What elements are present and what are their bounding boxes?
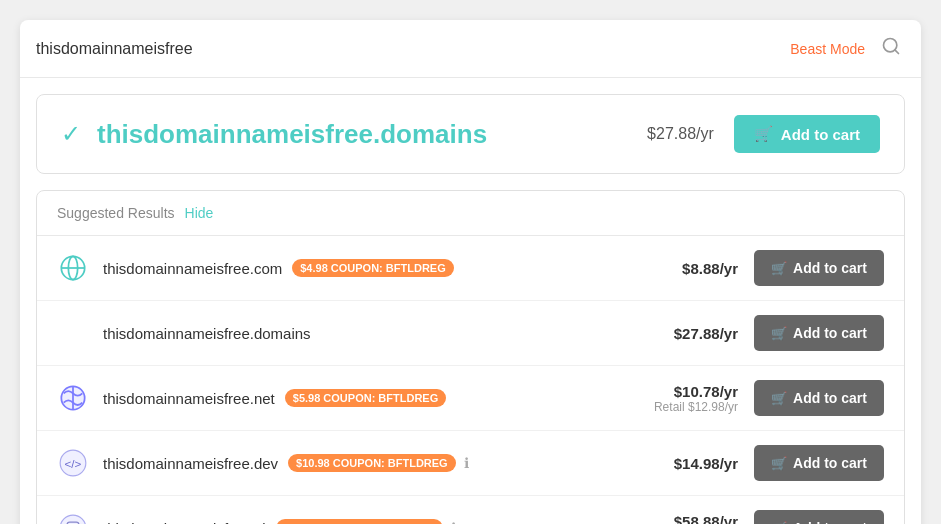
add-to-cart-button-net[interactable]: 🛒 Add to cart — [754, 380, 884, 416]
domain-name-domains: thisdomainnameisfree.domains — [103, 325, 311, 342]
price-block-domains: $27.88/yr — [674, 325, 738, 342]
domain-name-dev: thisdomainnameisfree.dev — [103, 455, 278, 472]
add-to-cart-button-ai[interactable]: 🛒 Add to cart — [754, 510, 884, 524]
info-icon-ai[interactable]: ℹ — [451, 520, 456, 524]
domain-row-left-dev: </> thisdomainnameisfree.dev $10.98 COUP… — [57, 447, 674, 479]
price-block-dev: $14.98/yr — [674, 455, 738, 472]
price-main-dev: $14.98/yr — [674, 455, 738, 472]
globe-icon — [59, 254, 87, 282]
cart-icon-dev: 🛒 — [771, 456, 787, 471]
coupon-badge-net: $5.98 COUPON: BFTLDREG — [285, 389, 446, 407]
coupon-badge-dev: $10.98 COUPON: BFTLDREG — [288, 454, 456, 472]
price-main-domains: $27.88/yr — [674, 325, 738, 342]
cart-icon-ai: 🛒 — [771, 521, 787, 525]
price-retail-net: Retail $12.98/yr — [654, 400, 738, 414]
search-input[interactable] — [36, 40, 790, 58]
domain-icon-net — [57, 382, 89, 414]
domain-row-ai: thisdomainnameisfree.ai $55.98 COUPON: B… — [37, 496, 904, 524]
main-container: Beast Mode ✓ thisdomainnameisfree.domain… — [20, 20, 921, 524]
add-to-cart-button-dev[interactable]: 🛒 Add to cart — [754, 445, 884, 481]
domain-icon-dev: </> — [57, 447, 89, 479]
price-main-ai: $58.88/yr — [654, 513, 738, 525]
domain-row-dev: </> thisdomainnameisfree.dev $10.98 COUP… — [37, 431, 904, 496]
domain-icon-ai — [57, 512, 89, 524]
domain-name-com: thisdomainnameisfree.com — [103, 260, 282, 277]
svg-line-1 — [895, 50, 899, 54]
featured-add-to-cart-button[interactable]: 🛒 Add to cart — [734, 115, 880, 153]
beast-mode-link[interactable]: Beast Mode — [790, 41, 865, 57]
suggested-header: Suggested Results Hide — [37, 191, 904, 236]
domain-row-left-net: thisdomainnameisfree.net $5.98 COUPON: B… — [57, 382, 654, 414]
search-button[interactable] — [877, 32, 905, 65]
net-icon — [59, 384, 87, 412]
domain-row-right-domains: $27.88/yr 🛒 Add to cart — [674, 315, 884, 351]
search-icon — [881, 36, 901, 56]
domain-name-net: thisdomainnameisfree.net — [103, 390, 275, 407]
domain-row-left-domains: thisdomainnameisfree.domains — [57, 325, 674, 342]
price-main-net: $10.78/yr — [654, 383, 738, 400]
featured-result: ✓ thisdomainnameisfree.domains $27.88/yr… — [36, 94, 905, 174]
domain-row-com: thisdomainnameisfree.com $4.98 COUPON: B… — [37, 236, 904, 301]
add-to-cart-button-domains[interactable]: 🛒 Add to cart — [754, 315, 884, 351]
coupon-badge-com: $4.98 COUPON: BFTLDREG — [292, 259, 453, 277]
dev-icon: </> — [59, 449, 87, 477]
domain-name-ai: thisdomainnameisfree.ai — [103, 520, 266, 525]
suggested-section: Suggested Results Hide thisdomainnameisf… — [36, 190, 905, 524]
domain-icon-com — [57, 252, 89, 284]
domain-row-right-ai: $58.88/yr Retail $68.88/yr 🛒 Add to cart — [654, 510, 884, 524]
search-bar: Beast Mode — [20, 20, 921, 78]
coupon-badge-ai: $55.98 COUPON: BFTLDREG — [276, 519, 444, 524]
domain-row-right-com: $8.88/yr 🛒 Add to cart — [682, 250, 884, 286]
featured-domain: thisdomainnameisfree.domains — [97, 119, 647, 150]
suggested-title: Suggested Results — [57, 205, 175, 221]
add-label-domains: Add to cart — [793, 325, 867, 341]
hide-link[interactable]: Hide — [185, 205, 214, 221]
domain-row-net: thisdomainnameisfree.net $5.98 COUPON: B… — [37, 366, 904, 431]
svg-text:</>: </> — [65, 457, 82, 470]
domain-row-right-net: $10.78/yr Retail $12.98/yr 🛒 Add to cart — [654, 380, 884, 416]
price-block-net: $10.78/yr Retail $12.98/yr — [654, 383, 738, 414]
cart-icon-domains: 🛒 — [771, 326, 787, 341]
price-block-ai: $58.88/yr Retail $68.88/yr — [654, 513, 738, 525]
add-label-com: Add to cart — [793, 260, 867, 276]
add-to-cart-button-com[interactable]: 🛒 Add to cart — [754, 250, 884, 286]
ai-icon — [59, 514, 87, 524]
cart-icon-net: 🛒 — [771, 391, 787, 406]
cart-icon: 🛒 — [754, 125, 773, 143]
info-icon-dev[interactable]: ℹ — [464, 455, 469, 471]
price-main-com: $8.88/yr — [682, 260, 738, 277]
check-icon: ✓ — [61, 120, 81, 148]
domain-row-domains: thisdomainnameisfree.domains $27.88/yr 🛒… — [37, 301, 904, 366]
cart-icon-com: 🛒 — [771, 261, 787, 276]
add-label-net: Add to cart — [793, 390, 867, 406]
price-block-com: $8.88/yr — [682, 260, 738, 277]
featured-add-label: Add to cart — [781, 126, 860, 143]
add-label-ai: Add to cart — [793, 520, 867, 524]
domain-row-left-ai: thisdomainnameisfree.ai $55.98 COUPON: B… — [57, 512, 654, 524]
featured-price: $27.88/yr — [647, 125, 714, 143]
add-label-dev: Add to cart — [793, 455, 867, 471]
domain-row-left-com: thisdomainnameisfree.com $4.98 COUPON: B… — [57, 252, 682, 284]
domain-row-right-dev: $14.98/yr 🛒 Add to cart — [674, 445, 884, 481]
